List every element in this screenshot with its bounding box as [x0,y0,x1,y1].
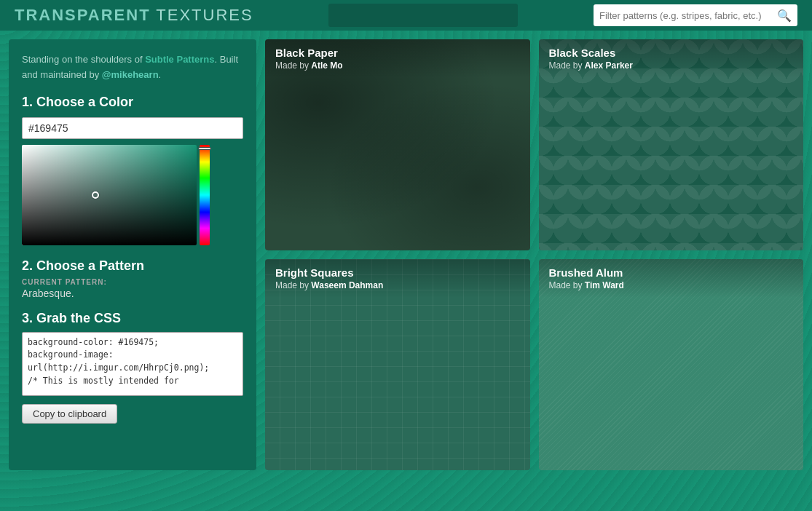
current-pattern-label: CURRENT PATTERN: [22,278,243,286]
color-picker[interactable] [22,145,243,245]
pattern-label-black-scales: Black Scales Made by Alex Parker [539,39,804,78]
pattern-card-brushed-alum[interactable]: Brushed Alum Made by Tim Ward [539,259,804,470]
made-by-2: Made by [275,280,311,290]
pattern-card-bright-squares[interactable]: Bright Squares Made by Waseem Dahman [265,259,530,470]
color-hex-input[interactable] [22,117,243,139]
pattern-card-black-paper[interactable]: Black Paper Made by Atle Mo [265,39,530,250]
author-name-1: Alex Parker [585,60,633,71]
mention-link[interactable]: @mikehearn [102,69,159,80]
section3-title: 3. Grab the CSS [22,311,243,326]
author-name-0: Atle Mo [311,60,342,71]
author-name-2: Waseem Dahman [311,280,383,290]
intro-text1: Standing on the shoulders of [22,54,145,65]
hue-indicator [198,147,211,150]
section2-title: 2. Choose a Pattern [22,258,243,274]
copy-to-clipboard-button[interactable]: Copy to clipboard [22,404,117,424]
current-pattern-value: Arabesque. [22,288,243,299]
pattern-name-black-paper: Black Paper [275,47,520,59]
site-title: TRANSPARENT TEXTURES [15,6,253,25]
pattern-author-bright-squares: Made by Waseem Dahman [275,280,520,290]
hue-slider[interactable] [200,145,210,245]
title-light: TEXTURES [151,6,253,24]
author-name-3: Tim Ward [585,280,624,290]
subtle-patterns-link[interactable]: Subtle Patterns [145,54,214,65]
main-layout: Standing on the shoulders of Subtle Patt… [0,31,812,479]
pattern-name-brushed-alum: Brushed Alum [549,266,794,279]
header: TRANSPARENT TEXTURES 🔍 [0,0,812,31]
made-by-0: Made by [275,60,311,71]
pattern-author-black-paper: Made by Atle Mo [275,60,520,71]
intro-end: . [159,69,162,80]
made-by-1: Made by [549,60,585,71]
pattern-name-bright-squares: Bright Squares [275,266,520,279]
search-container: 🔍 [594,4,797,26]
header-center-decoration [328,4,518,27]
pattern-name-black-scales: Black Scales [549,47,794,59]
sidebar-intro: Standing on the shoulders of Subtle Patt… [22,52,243,83]
lightness-layer [22,145,197,245]
title-bold: TRANSPARENT [15,6,151,24]
patterns-grid: Black Paper Made by Atle Mo Black Scales… [265,39,803,470]
color-gradient-canvas[interactable] [22,145,197,245]
pattern-author-black-scales: Made by Alex Parker [549,60,794,71]
css-output-textarea[interactable]: background-color: #169475; background-im… [22,332,243,396]
search-button[interactable]: 🔍 [771,6,797,25]
pattern-label-black-paper: Black Paper Made by Atle Mo [265,39,530,78]
pattern-label-bright-squares: Bright Squares Made by Waseem Dahman [265,259,530,298]
pattern-author-brushed-alum: Made by Tim Ward [549,280,794,290]
pattern-card-black-scales[interactable]: Black Scales Made by Alex Parker [539,39,804,250]
pattern-label-brushed-alum: Brushed Alum Made by Tim Ward [539,259,804,298]
made-by-3: Made by [549,280,585,290]
sidebar: Standing on the shoulders of Subtle Patt… [9,39,256,470]
search-input[interactable] [594,7,771,24]
section1-title: 1. Choose a Color [22,95,243,110]
picker-cursor [92,191,99,199]
